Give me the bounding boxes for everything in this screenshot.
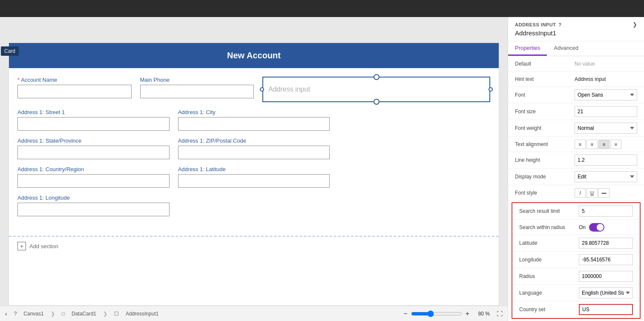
prop-longitude: Longitude xyxy=(512,252,640,268)
prop-font: Font Open Sans xyxy=(508,87,644,103)
main-area: Card New Account Account Name Main Phone xyxy=(0,17,644,321)
label-address1-long: Address 1: Longitude xyxy=(17,195,170,201)
canvas-icon: ? xyxy=(14,311,17,317)
component-type: ADDRESS INPUT ? xyxy=(515,22,562,27)
radius-input[interactable] xyxy=(579,271,633,282)
field-address1-city: Address 1: City xyxy=(178,109,330,131)
panel-chevron-right[interactable]: ❯ xyxy=(632,21,637,28)
prop-label-country-set: Country set xyxy=(519,307,579,312)
zoom-controls: − + 80 % ⛶ xyxy=(403,310,503,318)
tab-advanced[interactable]: Advanced xyxy=(547,41,585,56)
align-right-button[interactable]: ≡ xyxy=(598,140,610,149)
add-section[interactable]: + Add section xyxy=(9,236,499,255)
latitude-input[interactable] xyxy=(579,238,633,249)
italic-button[interactable]: I xyxy=(575,188,586,198)
form-row-4: Address 1: Longitude xyxy=(17,195,490,216)
prop-value-default: No value xyxy=(575,61,637,67)
breadcrumb-sep1: ❯ xyxy=(51,311,55,317)
label-address1-state: Address 1: State/Province xyxy=(17,138,170,144)
font-size-input[interactable] xyxy=(575,106,637,117)
input-main-phone[interactable] xyxy=(140,85,254,98)
align-center-button[interactable]: ≡ xyxy=(586,140,598,149)
language-select[interactable]: English (United States) xyxy=(579,287,633,298)
top-bar xyxy=(0,0,644,17)
label-address1-zip: Address 1: ZIP/Postal Code xyxy=(178,138,330,144)
font-select[interactable]: Open Sans xyxy=(575,89,637,100)
field-main-phone: Main Phone xyxy=(140,77,254,102)
form-row-2: Address 1: State/Province Address 1: ZIP… xyxy=(17,138,490,159)
zoom-plus-button[interactable]: + xyxy=(466,310,469,318)
prop-label-font-weight: Font weight xyxy=(515,125,575,131)
input-address1-country[interactable] xyxy=(17,174,170,188)
prop-value-display-mode: Edit View xyxy=(575,171,637,182)
breadcrumb-datacard1[interactable]: DataCard1 xyxy=(72,311,96,317)
line-height-input[interactable] xyxy=(575,155,637,166)
input-address1-zip[interactable] xyxy=(178,146,330,159)
zoom-slider[interactable] xyxy=(411,310,462,317)
prop-label-display-mode: Display mode xyxy=(515,174,575,180)
zoom-value: 80 % xyxy=(473,311,490,317)
address-input-container[interactable]: Address input xyxy=(262,77,490,102)
underline-button[interactable]: U xyxy=(586,188,598,198)
prop-font-style: Font style I U — xyxy=(508,185,644,201)
add-section-label: Add section xyxy=(29,243,58,249)
label-main-phone: Main Phone xyxy=(140,77,254,83)
label-address1-city: Address 1: City xyxy=(178,109,330,115)
add-section-icon[interactable]: + xyxy=(17,242,26,250)
align-justify-button[interactable]: ≡ xyxy=(610,140,621,149)
prop-default: Default No value xyxy=(508,56,644,72)
card-tooltip: Card xyxy=(1,46,19,56)
prop-hint-text: Hint text Address input xyxy=(508,72,644,87)
prop-label-longitude: Longitude xyxy=(519,257,579,263)
panel-header: ADDRESS INPUT ? ❯ AddressInput1 xyxy=(508,17,644,41)
form-row-3: Address 1: Country/Region Address 1: Lat… xyxy=(17,166,490,188)
strikethrough-button[interactable]: — xyxy=(598,188,610,198)
prop-label-search-result-limit: Search result limit xyxy=(519,208,579,214)
country-set-input[interactable] xyxy=(579,304,633,315)
form-header: New Account xyxy=(9,43,499,68)
prop-value-hint: Address input xyxy=(575,76,637,82)
text-align-buttons: ≡ ≡ ≡ ≡ xyxy=(575,140,637,149)
label-address1-street1: Address 1: Street 1 xyxy=(17,109,170,115)
prop-label-text-alignment: Text alignment xyxy=(515,141,575,147)
prop-latitude: Latitude xyxy=(512,235,640,252)
handle-right[interactable] xyxy=(489,87,493,92)
prop-search-within-radius: Search within radius On xyxy=(512,220,640,235)
info-icon[interactable]: ? xyxy=(558,22,561,27)
address-input-field[interactable]: Address input xyxy=(262,77,490,102)
label-address1-lat: Address 1: Latitude xyxy=(178,166,330,172)
handle-left[interactable] xyxy=(260,87,264,92)
fullscreen-icon[interactable]: ⛶ xyxy=(497,310,503,317)
input-address1-state[interactable] xyxy=(17,146,170,159)
nav-prev-icon[interactable]: ‹ xyxy=(5,310,7,317)
input-account-name[interactable] xyxy=(17,85,132,98)
search-within-radius-toggle[interactable] xyxy=(589,223,604,232)
input-address1-long[interactable] xyxy=(17,203,170,216)
prop-value-font: Open Sans xyxy=(575,89,637,100)
panel-tabs: Properties Advanced xyxy=(508,41,644,56)
prop-country-set: Country set xyxy=(512,301,640,318)
input-address1-street1[interactable] xyxy=(17,117,170,131)
field-address1-country: Address 1: Country/Region xyxy=(17,166,170,188)
breadcrumb-canvas1[interactable]: Canvas1 xyxy=(23,311,43,317)
prop-label-font-size: Font size xyxy=(515,109,575,115)
field-address1-state: Address 1: State/Province xyxy=(17,138,170,159)
align-left-button[interactable]: ≡ xyxy=(575,140,586,149)
breadcrumb-addressinput1[interactable]: AddressInput1 xyxy=(126,311,158,317)
addressinput-icon: ☐ xyxy=(114,311,119,317)
search-result-limit-input[interactable] xyxy=(579,206,633,217)
prop-language: Language English (United States) xyxy=(512,285,640,301)
display-mode-select[interactable]: Edit View xyxy=(575,171,637,182)
prop-label-line-height: Line height xyxy=(515,157,575,163)
tab-properties[interactable]: Properties xyxy=(508,41,547,56)
zoom-minus-button[interactable]: − xyxy=(403,310,407,318)
form-canvas: New Account Account Name Main Phone xyxy=(9,43,499,306)
prop-display-mode: Display mode Edit View xyxy=(508,169,644,185)
input-address1-lat[interactable] xyxy=(178,174,330,188)
font-weight-select[interactable]: Normal Bold xyxy=(575,123,637,134)
field-address1-long: Address 1: Longitude xyxy=(17,195,170,216)
longitude-input[interactable] xyxy=(579,254,633,265)
form-row-1: Address 1: Street 1 Address 1: City xyxy=(17,109,490,131)
datacard-icon: □ xyxy=(62,311,65,317)
input-address1-city[interactable] xyxy=(178,117,330,131)
